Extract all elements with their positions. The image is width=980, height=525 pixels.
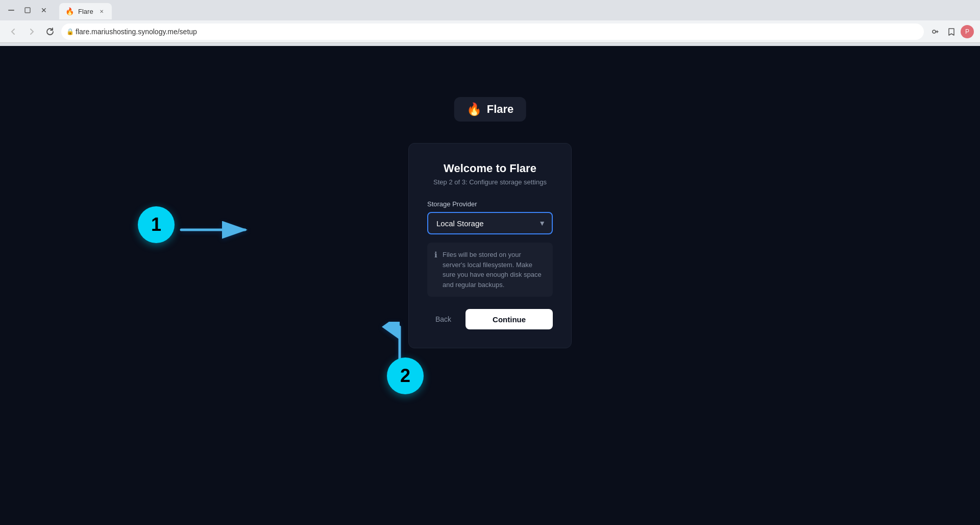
- back-nav-button[interactable]: [6, 25, 20, 39]
- storage-select-wrapper: Local Storage S3 Compatible SFTP ▼: [427, 212, 553, 234]
- annotation-1-arrow: [176, 214, 253, 247]
- app-logo: 🔥 Flare: [454, 97, 526, 122]
- back-button[interactable]: Back: [427, 309, 459, 329]
- svg-rect-1: [25, 8, 30, 13]
- browser-toolbar: 🔒 P: [0, 20, 980, 43]
- card-subtitle: Step 2 of 3: Configure storage settings: [427, 178, 553, 186]
- address-bar[interactable]: [61, 23, 924, 40]
- info-text: Files will be stored on your server's lo…: [443, 250, 546, 290]
- close-button[interactable]: ✕: [37, 3, 51, 17]
- lock-icon: 🔒: [66, 28, 74, 35]
- active-tab[interactable]: 🔥 Flare ✕: [59, 3, 112, 19]
- tab-bar: 🔥 Flare ✕: [55, 1, 116, 19]
- info-box: ℹ Files will be stored on your server's …: [427, 243, 553, 297]
- app-name-text: Flare: [487, 103, 514, 116]
- password-icon-button[interactable]: [928, 25, 942, 39]
- profile-avatar[interactable]: P: [961, 25, 974, 38]
- continue-button[interactable]: Continue: [465, 309, 553, 329]
- circle-badge-1: 1: [138, 206, 175, 243]
- setup-card: Welcome to Flare Step 2 of 3: Configure …: [408, 143, 572, 348]
- circle-badge-2: 2: [387, 357, 424, 394]
- flame-icon: 🔥: [467, 102, 482, 116]
- minimize-button[interactable]: [4, 3, 18, 17]
- browser-chrome: ✕ 🔥 Flare ✕ 🔒: [0, 0, 980, 46]
- annotation-2-circle: 2: [387, 357, 424, 394]
- page-content: 🔥 Flare Welcome to Flare Step 2 of 3: Co…: [0, 46, 980, 525]
- annotation-1-circle: 1: [138, 206, 175, 243]
- storage-provider-label: Storage Provider: [427, 200, 553, 208]
- tab-close-button[interactable]: ✕: [97, 7, 106, 15]
- bookmark-button[interactable]: [944, 25, 959, 39]
- svg-rect-0: [8, 10, 14, 11]
- restore-button[interactable]: [20, 3, 35, 17]
- toolbar-right: P: [928, 25, 974, 39]
- tab-title: Flare: [78, 8, 93, 15]
- browser-titlebar: ✕ 🔥 Flare ✕: [0, 0, 980, 20]
- card-title: Welcome to Flare: [427, 162, 553, 175]
- storage-provider-select[interactable]: Local Storage S3 Compatible SFTP: [427, 212, 553, 234]
- reload-button[interactable]: [43, 25, 57, 39]
- card-actions: Back Continue: [427, 309, 553, 329]
- address-bar-wrapper: 🔒: [61, 23, 924, 40]
- forward-nav-button[interactable]: [24, 25, 39, 39]
- svg-point-2: [933, 30, 936, 33]
- tab-favicon: 🔥: [65, 7, 74, 15]
- info-icon: ℹ: [434, 250, 437, 259]
